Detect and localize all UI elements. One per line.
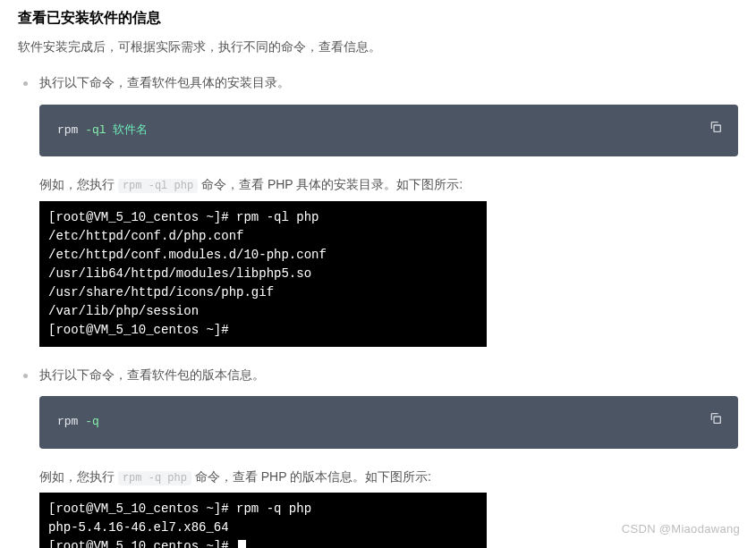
inline-code: rpm -q php	[118, 471, 191, 485]
item-lead: 执行以下命令，查看软件包的版本信息。	[39, 365, 738, 386]
terminal-output: [root@VM_5_10_centos ~]# rpm -q php php-…	[39, 493, 487, 548]
copy-icon[interactable]	[706, 409, 726, 428]
example-prefix: 例如，您执行	[39, 177, 118, 191]
example-prefix: 例如，您执行	[39, 469, 118, 484]
code-flag: -q	[85, 412, 99, 432]
code-block: rpm -q	[39, 396, 738, 448]
terminal-output: [root@VM_5_10_centos ~]# rpm -ql php /et…	[39, 201, 487, 347]
code-block: rpm -ql 软件名	[39, 105, 738, 156]
example-text: 例如，您执行 rpm -ql php 命令，查看 PHP 具体的安装目录。如下图…	[39, 174, 738, 196]
section-heading: 查看已安装软件的信息	[18, 5, 738, 30]
svg-rect-0	[714, 125, 720, 131]
code-arg: 软件名	[113, 121, 148, 140]
watermark: CSDN @Miaodawang	[622, 519, 740, 539]
item-lead: 执行以下命令，查看软件包具体的安装目录。	[39, 72, 738, 94]
inline-code: rpm -ql php	[118, 179, 198, 193]
instruction-list: 执行以下命令，查看软件包具体的安装目录。 rpm -ql 软件名 例如，您执行 …	[18, 72, 738, 548]
code-cmd: rpm	[57, 121, 78, 140]
code-flag: -ql	[85, 121, 106, 140]
example-suffix: 命令，查看 PHP 的版本信息。如下图所示:	[191, 469, 431, 484]
code-cmd: rpm	[57, 412, 78, 432]
example-text: 例如，您执行 rpm -q php 命令，查看 PHP 的版本信息。如下图所示:	[39, 467, 738, 488]
list-item: 执行以下命令，查看软件包具体的安装目录。 rpm -ql 软件名 例如，您执行 …	[18, 72, 738, 347]
example-suffix: 命令，查看 PHP 具体的安装目录。如下图所示:	[198, 177, 463, 191]
copy-icon[interactable]	[706, 117, 726, 137]
svg-rect-1	[714, 417, 720, 423]
section-intro: 软件安装完成后，可根据实际需求，执行不同的命令，查看信息。	[18, 37, 738, 58]
cursor-icon	[238, 540, 246, 548]
